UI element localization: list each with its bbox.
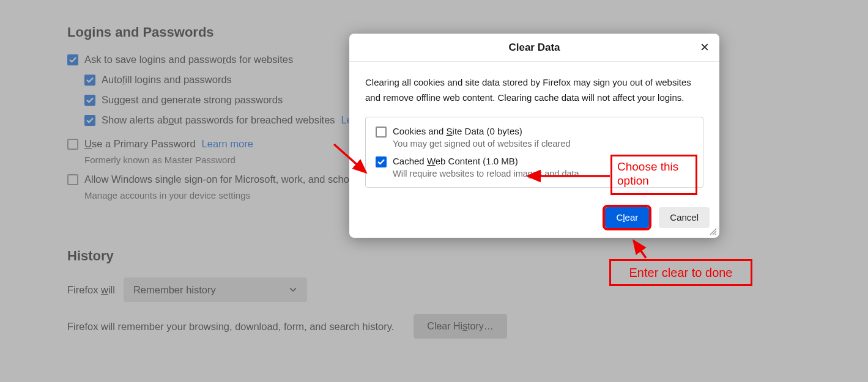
history-section: History Firefox will Remember history Fi… [67, 248, 868, 339]
alerts-label: Show alerts about passwords for breached… [102, 114, 335, 126]
dialog-title: Clear Data [508, 42, 560, 54]
checkbox-checked-icon[interactable] [84, 115, 95, 126]
dialog-body: Clearing all cookies and site data store… [349, 62, 719, 199]
cookies-sublabel: You may get signed out of websites if cl… [393, 139, 570, 149]
cache-label: Cached Web Content (1.0 MB) [393, 156, 579, 166]
chevron-down-icon [289, 285, 297, 294]
clear-data-dialog: Clear Data Clearing all cookies and site… [349, 34, 719, 238]
history-will-label: Firefox will [67, 284, 115, 296]
history-mode-select[interactable]: Remember history [124, 277, 307, 302]
cancel-button[interactable]: Cancel [659, 207, 710, 228]
cache-sublabel: Will require websites to reload images a… [393, 169, 579, 178]
dialog-actions: Clear Cancel [349, 199, 719, 238]
cache-option[interactable]: Cached Web Content (1.0 MB) Will require… [376, 156, 693, 178]
dialog-description: Clearing all cookies and site data store… [365, 75, 703, 106]
windows-sso-label: Allow Windows single sign-on for Microso… [84, 174, 349, 185]
clear-button[interactable]: Clear [605, 207, 649, 228]
autofill-label: Autofill logins and passwords [102, 74, 232, 86]
history-desc: Firefox will remember your browsing, dow… [67, 321, 394, 332]
primary-password-label: Use a Primary Password [84, 138, 196, 150]
checkbox-unchecked-icon[interactable] [67, 174, 78, 185]
options-box: Cookies and Site Data (0 bytes) You may … [365, 117, 703, 188]
resize-grip-icon[interactable] [709, 227, 718, 236]
checkbox-unchecked-icon[interactable] [376, 127, 387, 138]
ask-save-logins-label: Ask to save logins and passwords for web… [84, 54, 293, 65]
learn-more-link[interactable]: Learn more [202, 138, 253, 150]
cookies-label: Cookies and Site Data (0 bytes) [393, 126, 570, 136]
checkbox-checked-icon[interactable] [67, 54, 78, 65]
suggest-label: Suggest and generate strong passwords [102, 94, 283, 106]
checkbox-unchecked-icon[interactable] [67, 139, 78, 150]
history-heading: History [67, 248, 868, 264]
history-will-row: Firefox will Remember history [67, 277, 868, 302]
checkbox-checked-icon[interactable] [376, 156, 387, 167]
cookies-option[interactable]: Cookies and Site Data (0 bytes) You may … [376, 126, 693, 149]
history-desc-row: Firefox will remember your browsing, dow… [67, 314, 868, 339]
checkbox-checked-icon[interactable] [84, 75, 95, 86]
dialog-header: Clear Data [349, 34, 719, 62]
history-mode-value: Remember history [133, 284, 216, 296]
close-icon [700, 43, 709, 51]
clear-history-button[interactable]: Clear History… [414, 314, 506, 339]
checkbox-checked-icon[interactable] [84, 95, 95, 106]
close-button[interactable] [697, 40, 712, 54]
